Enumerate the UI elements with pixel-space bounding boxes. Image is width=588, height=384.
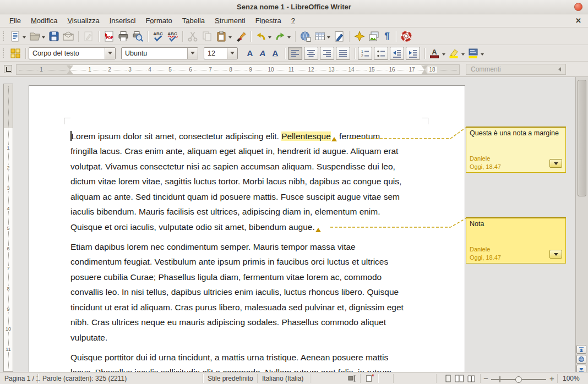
zoom-in-button[interactable]: + (549, 374, 554, 383)
single-page-view-button[interactable] (444, 374, 453, 384)
document-text-line[interactable]: Quisque porttitor dui id urna tincidunt,… (70, 350, 388, 365)
formatting-marks-button[interactable]: ¶ (381, 29, 393, 43)
print-button[interactable] (116, 29, 130, 43)
chevron-down-icon[interactable] (287, 36, 291, 40)
multi-page-view-button[interactable] (455, 374, 464, 384)
document-text-line[interactable]: Etiam dapibus lorem nec condimentum semp… (70, 239, 356, 255)
new-document-button[interactable] (8, 29, 28, 43)
indent-marker-left[interactable] (67, 70, 73, 74)
document-text-line[interactable]: condimentum feugiat. Vestibulum ante ips… (70, 254, 388, 270)
document-text-line[interactable]: fringilla lacus. Cras enim ante, aliquam… (70, 144, 398, 159)
word-count-field[interactable]: Parole (caratteri): 325 (2211) (42, 375, 127, 382)
note-text[interactable]: Questa è una nota a margine (470, 129, 559, 137)
comment-anchor-icon[interactable] (315, 228, 321, 232)
auto-spellcheck-button[interactable]: ABC (165, 29, 179, 43)
next-page-button[interactable] (576, 365, 586, 372)
hyperlink-button[interactable] (298, 29, 313, 43)
menu-file[interactable]: File (4, 15, 26, 26)
navigate-by-button[interactable] (576, 355, 586, 364)
redo-button[interactable] (273, 29, 292, 43)
chevron-down-icon[interactable] (23, 36, 26, 40)
export-pdf-button[interactable]: PDF (102, 29, 116, 43)
combo-dropdown-button[interactable] (105, 48, 115, 59)
unordered-list-button[interactable] (374, 47, 388, 60)
align-right-button[interactable] (320, 47, 334, 60)
highlight-color-button[interactable] (447, 46, 466, 61)
scrollbar-thumb[interactable] (578, 80, 586, 196)
combo-dropdown-button[interactable] (187, 48, 198, 59)
insert-mode-button[interactable] (348, 374, 357, 384)
document-text-line[interactable]: lacus. Phasellus iaculis sollicitudin el… (70, 365, 391, 372)
spelling-button[interactable]: ABC (151, 29, 165, 43)
paste-button[interactable] (214, 29, 233, 43)
menu-inserisci[interactable]: Inserisci (105, 15, 141, 26)
toolbar-handle[interactable] (3, 48, 5, 58)
note-text[interactable]: Nota (470, 220, 484, 228)
draw-functions-button[interactable] (332, 29, 346, 43)
underline-button[interactable]: A (269, 46, 282, 61)
increase-indent-button[interactable] (406, 47, 420, 60)
paragraph-background-button[interactable] (466, 46, 486, 61)
edit-mode-button[interactable] (81, 29, 96, 43)
indent-marker-right[interactable] (421, 70, 428, 74)
document-text-line[interactable]: posuere cubilia Curae; Phasellus ligula … (70, 270, 382, 285)
chevron-down-icon[interactable] (327, 36, 330, 40)
clone-formatting-button[interactable] (233, 29, 248, 43)
menu-strumenti[interactable]: Strumenti (210, 15, 251, 26)
chevron-down-icon[interactable] (481, 53, 484, 57)
document-close-icon[interactable]: ✕ (575, 17, 581, 25)
gallery-button[interactable] (367, 29, 381, 43)
italic-button[interactable]: A (257, 46, 269, 61)
menu-tabella[interactable]: Tabella (177, 15, 210, 26)
menu-formato[interactable]: Formato (140, 15, 177, 26)
chevron-down-icon[interactable] (461, 53, 465, 57)
save-button[interactable] (47, 29, 61, 43)
menu-modifica[interactable]: Modifica (26, 15, 62, 26)
styles-panel-button[interactable] (8, 46, 23, 61)
menu-finestra[interactable]: Finestra (251, 15, 286, 26)
document-text-line[interactable]: Lorem ipsum dolor sit amet, consectetur … (70, 129, 380, 144)
note-menu-button[interactable] (549, 159, 562, 168)
window-close-button[interactable] (574, 3, 582, 11)
combo-dropdown-button[interactable] (227, 48, 237, 59)
margin-note[interactable]: Nota Daniele Oggi, 18.47 (466, 217, 566, 264)
ordered-list-button[interactable]: 12 (358, 47, 372, 60)
document-text-line[interactable]: vulputate. (70, 330, 107, 345)
note-menu-button[interactable] (549, 250, 562, 259)
document-text-line[interactable]: aliquam ac ante. Sed tincidunt quam id p… (70, 189, 400, 205)
document-text-line[interactable]: iaculis bibendum. Mauris facilisis est u… (70, 204, 380, 220)
margin-note[interactable]: Questa è una nota a margine Daniele Oggi… (466, 127, 566, 173)
zoom-level-field[interactable]: 100% (563, 375, 580, 382)
chevron-down-icon[interactable] (442, 53, 445, 57)
language-field[interactable]: Italiano (Italia) (262, 375, 303, 382)
document-text-line[interactable]: tincidunt ut erat id aliquam. Cras purus… (70, 300, 404, 315)
menu-visualizza[interactable]: Visualizza (62, 15, 104, 26)
navigator-button[interactable] (352, 29, 367, 43)
indent-marker-left[interactable] (67, 65, 73, 70)
align-left-button[interactable] (288, 47, 302, 60)
bold-button[interactable]: A (243, 46, 257, 61)
document-text-line[interactable]: Quisque et orci iaculis, vulputate odio … (70, 220, 321, 235)
align-justify-button[interactable] (336, 47, 350, 60)
open-button[interactable] (28, 29, 47, 43)
page-count-field[interactable]: Pagina 1 / 1 (4, 375, 40, 382)
insert-table-button[interactable] (313, 29, 332, 43)
help-button[interactable] (399, 29, 413, 43)
comments-toggle-button[interactable]: Commenti (466, 64, 566, 75)
document-text-line[interactable]: volutpat. Vivamus consectetur nisi ac sa… (70, 159, 395, 174)
comment-anchor-icon[interactable] (331, 137, 337, 141)
selection-mode-button[interactable]: * (366, 374, 374, 384)
document-text-line[interactable]: dictum vitae lorem vitae, sagittis luctu… (70, 174, 401, 189)
menu-help[interactable]: ? (286, 15, 300, 26)
font-size-combo[interactable]: 12 (204, 47, 238, 59)
vertical-scrollbar[interactable] (575, 77, 588, 372)
tab-stop-selector[interactable] (4, 65, 12, 73)
chevron-down-icon[interactable] (228, 36, 232, 40)
zoom-slider-thumb[interactable] (515, 376, 522, 383)
print-preview-button[interactable] (130, 29, 145, 43)
previous-page-button[interactable] (576, 345, 586, 354)
font-color-button[interactable]: A (428, 46, 447, 61)
page-style-field[interactable]: Stile predefinito (208, 375, 253, 382)
chevron-down-icon[interactable] (42, 36, 45, 40)
book-view-button[interactable] (467, 374, 476, 384)
